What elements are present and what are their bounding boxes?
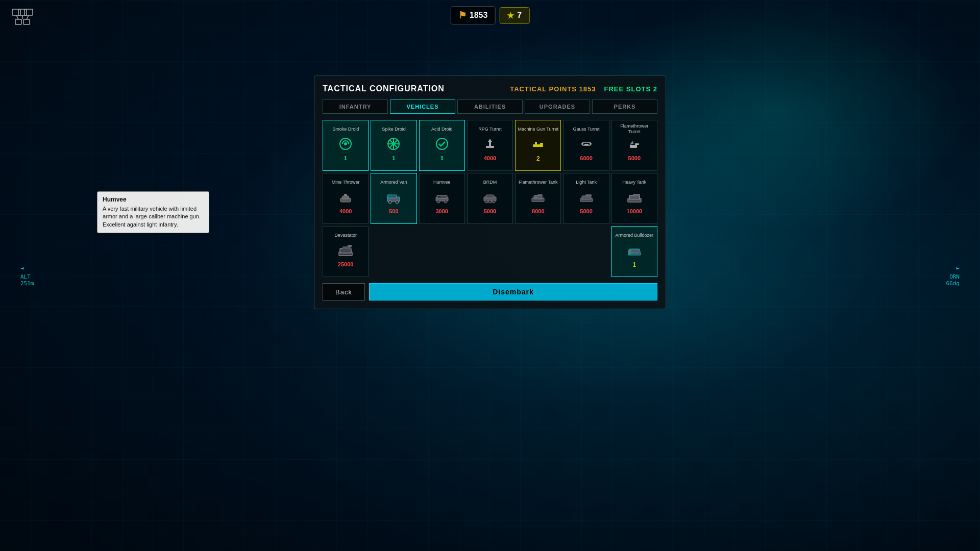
svg-rect-65 [638,251,641,253]
tab-abilities[interactable]: ABILITIES [457,99,523,114]
bottom-buttons: Back Disembark [323,283,657,300]
vehicle-icon-spike-droid [373,137,414,153]
svg-rect-51 [582,196,591,199]
left-hud: ◄ ALT 251m [20,265,34,287]
vehicle-light-tank[interactable]: Light Tank 5000 [563,173,609,224]
tab-infantry[interactable]: INFANTRY [323,99,388,114]
star-value: 7 [517,11,522,20]
svg-point-24 [581,143,583,145]
vehicle-name-rpg-turret: RPG Turret [470,123,510,135]
vehicle-acid-droid[interactable]: Acid Droid 1 [419,120,465,171]
svg-rect-0 [12,9,20,15]
back-button[interactable]: Back [323,283,365,300]
svg-rect-27 [635,143,639,145]
svg-rect-21 [535,142,537,144]
vehicle-cost-spike-droid: 1 [373,155,414,161]
flag-value: 1853 [470,11,488,20]
spacer-2 [419,226,465,277]
vehicle-icon-acid-droid [422,137,462,153]
tactical-points-label: TACTICAL POINTS 1853 [510,85,596,93]
vehicle-name-spike-droid: Spike Droid [373,123,414,135]
svg-point-45 [492,200,495,203]
panel-points: TACTICAL POINTS 1853 FREE SLOTS 2 [510,85,657,93]
vehicle-cost-light-tank: 5000 [566,208,606,214]
vehicle-flamethrower-turret[interactable]: Flamethrower Turret 5000 [611,120,657,171]
vehicle-gauss-turret[interactable]: Gauss Turret 6000 [563,120,609,171]
svg-rect-49 [535,197,537,198]
vehicle-spike-droid[interactable]: Spike Droid 1 [371,120,416,171]
vehicle-heavy-tank[interactable]: Heavy Tank 10000 [611,173,657,224]
vehicle-cost-acid-droid: 1 [422,155,462,161]
svg-rect-1 [18,9,27,15]
vehicle-icon-rpg-turret [470,137,510,153]
vehicle-name-heavy-tank: Heavy Tank [614,177,655,188]
svg-rect-42 [486,195,494,198]
vehicle-devastator[interactable]: Devastator 25000 [323,226,369,277]
vehicle-grid: Smoke Droid 1 Spike Droid 1 Acid Droid [323,120,657,171]
vehicle-cost-humvee: 3000 [422,208,462,214]
vehicle-rpg-turret[interactable]: RPG Turret 4000 [467,120,513,171]
svg-rect-33 [388,195,391,197]
svg-rect-56 [633,194,640,196]
vehicle-cost-smoke-droid: 1 [325,155,366,161]
vehicle-mine-thrower[interactable]: Mine Thrower 4000 [323,173,369,224]
unit-icon [10,5,35,34]
svg-point-15 [436,138,448,149]
svg-point-40 [444,200,447,203]
tooltip-popup: Humvee A very fast military vehicle with… [97,191,209,233]
panel-header: TACTICAL CONFIGURATION TACTICAL POINTS 1… [323,84,657,93]
svg-rect-26 [630,145,637,148]
spacer-1 [371,226,416,277]
svg-point-39 [437,200,440,203]
vehicle-name-acid-droid: Acid Droid [422,123,462,135]
svg-point-43 [485,200,488,203]
svg-point-44 [488,200,492,203]
vehicle-cost-flamethrower-tank: 8000 [518,208,558,214]
vehicle-name-light-tank: Light Tank [566,177,606,188]
panel-title: TACTICAL CONFIGURATION [323,84,445,93]
svg-point-9 [344,142,347,145]
vehicle-name-humvee: Humvee [422,177,462,188]
vehicle-icon-armored-bulldozer [614,243,655,259]
svg-rect-38 [438,196,440,198]
vehicle-smoke-droid[interactable]: Smoke Droid 1 [323,120,369,171]
star-icon: ★ [507,11,514,20]
free-slots-label: FREE SLOTS 2 [604,85,657,93]
svg-point-35 [396,201,399,204]
vehicle-cost-heavy-tank: 10000 [614,208,655,214]
vehicle-cost-devastator: 25000 [325,261,366,267]
vehicle-icon-heavy-tank [614,190,655,206]
main-panel: TACTICAL CONFIGURATION TACTICAL POINTS 1… [314,76,666,309]
disembark-button[interactable]: Disembark [369,283,657,300]
vehicle-cost-armored-van: 500 [373,208,414,214]
vehicle-humvee[interactable]: Humvee 3000 [419,173,465,224]
vehicle-flamethrower-tank[interactable]: Flamethrower Tank 8000 [515,173,561,224]
svg-rect-48 [537,194,543,196]
vehicle-cost-rpg-turret: 4000 [470,155,510,161]
vehicle-machine-gun-turret[interactable]: Machine Gun Turret 2 [515,120,561,171]
vehicle-icon-machine-gun-turret [518,137,558,153]
vehicle-armored-bulldozer[interactable]: Armored Bulldozer 1 [611,226,657,277]
svg-rect-64 [628,250,631,254]
svg-point-25 [590,143,592,145]
vehicle-icon-light-tank [566,190,606,206]
vehicle-icon-smoke-droid [325,137,366,153]
vehicle-cost-mine-thrower: 4000 [325,208,366,214]
flag-badge: ⚑ 1853 [451,6,496,24]
vehicle-name-gauss-turret: Gauss Turret [566,123,606,135]
vehicle-brdm[interactable]: BRDM 5000 [467,173,513,224]
vehicle-name-brdm: BRDM [470,177,510,188]
tab-vehicles[interactable]: VEHICLES [390,99,455,114]
vehicle-icon-gauss-turret [566,137,606,153]
svg-rect-59 [340,248,351,253]
right-hud: ► ORN 66dg [946,265,960,287]
vehicle-cost-armored-bulldozer: 1 [614,261,655,268]
top-hud: ⚑ 1853 ★ 7 [451,6,530,24]
tab-perks[interactable]: PERKS [592,99,657,114]
vehicle-armored-van[interactable]: Armored Van 500 [371,173,416,224]
vehicle-cost-machine-gun-turret: 2 [518,155,558,162]
vehicle-name-armored-bulldozer: Armored Bulldozer [614,230,655,241]
svg-rect-52 [585,194,592,196]
svg-rect-30 [344,194,347,196]
tab-upgrades[interactable]: UPGRADES [525,99,590,114]
